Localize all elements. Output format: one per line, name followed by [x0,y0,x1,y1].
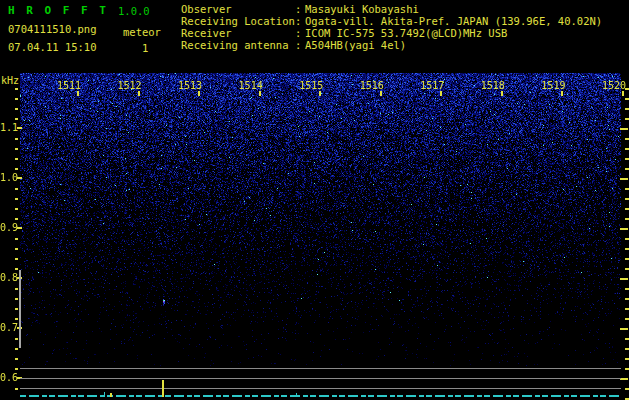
info-label: Observer [181,3,295,15]
app-title: H R O F F T [8,4,108,17]
info-value: A504HB(yagi 4el) [305,39,406,51]
time-tick [440,91,442,96]
datetime: 07.04.11 15:10 [8,41,97,53]
right-minor-tick [625,198,629,200]
right-major-tick [620,328,628,330]
freq-minor-tick [15,238,18,240]
right-minor-tick [625,118,629,120]
right-minor-tick [625,148,629,150]
time-tick [622,91,624,96]
info-row-antenna: Receiving antenna : A504HB(yagi 4el) [181,39,629,51]
freq-minor-tick [15,118,18,120]
right-minor-tick [625,188,629,190]
time-tick [380,91,382,96]
time-tick [198,91,200,96]
info-label: Receiver [181,27,295,39]
level-gridline [20,388,621,389]
station-info: Observer : Masayuki Kobayashi Receiving … [181,3,629,51]
freq-minor-tick [15,138,18,140]
right-minor-tick [625,308,629,310]
right-minor-tick [625,268,629,270]
filename: 0704111510.png [8,23,97,35]
right-major-tick [620,178,628,180]
right-major-tick [620,228,628,230]
freq-minor-tick [15,98,18,100]
info-colon: : [295,15,305,27]
info-value: Masayuki Kobayashi [305,3,419,15]
right-minor-tick [625,88,629,90]
freq-minor-tick [15,358,18,360]
hrofft-screen: H R O F F T 1.0.0 0704111510.png meteor … [0,0,629,400]
freq-minor-tick [15,318,18,320]
right-minor-tick [625,318,629,320]
freq-minor-tick [15,258,18,260]
right-minor-tick [625,388,629,390]
right-minor-tick [625,238,629,240]
info-row-receiver: Receiver : ICOM IC-575 53.7492(@LCD)MHz … [181,27,629,39]
right-minor-tick [625,158,629,160]
time-tick-label: 1514 [237,80,265,91]
right-major-tick [620,278,628,280]
right-minor-tick [625,168,629,170]
time-tick-label: 1512 [116,80,144,91]
freq-tick-label: 0.6 [0,372,18,384]
info-label: Receiving Location [181,15,295,27]
freq-tick-label: 0.9 [0,222,18,234]
scale-bar [19,270,21,348]
right-minor-tick [625,338,629,340]
freq-tick-label: 1.1 [0,122,18,134]
spectrogram-canvas [20,73,621,366]
time-tick-label: 1515 [297,80,325,91]
right-minor-tick [625,248,629,250]
time-tick-label: 1511 [55,80,83,91]
time-tick-label: 1518 [479,80,507,91]
time-tick [561,91,563,96]
freq-major-tick [17,227,22,229]
freq-tick-label: 0.7 [0,322,18,334]
time-tick-label: 1513 [176,80,204,91]
freq-minor-tick [15,298,18,300]
app-version: 1.0.0 [118,5,150,17]
right-minor-tick [625,208,629,210]
info-label: Receiving antenna [181,39,295,51]
right-minor-tick [625,258,629,260]
meteor-spike [162,380,164,397]
info-value: ICOM IC-575 53.7492(@LCD)MHz USB [305,27,507,39]
time-tick-label: 1520 [600,80,628,91]
freq-minor-tick [15,368,18,370]
right-minor-tick [625,368,629,370]
freq-minor-tick [15,88,18,90]
right-minor-tick [625,138,629,140]
freq-minor-tick [15,288,18,290]
time-tick [259,91,261,96]
freq-major-tick [17,127,22,129]
level-gridline [20,368,621,369]
time-tick [501,91,503,96]
freq-minor-tick [15,268,18,270]
right-minor-tick [625,358,629,360]
freq-minor-tick [15,108,18,110]
freq-minor-tick [15,188,18,190]
time-tick [77,91,79,96]
right-major-tick [620,128,628,130]
freq-minor-tick [15,308,18,310]
freq-minor-tick [15,208,18,210]
level-mark-cyan [104,392,105,396]
freq-minor-tick [15,388,18,390]
info-row-location: Receiving Location : Ogata-vill. Akita-P… [181,15,629,27]
freq-tick-label: 1.0 [0,172,18,184]
info-row-observer: Observer : Masayuki Kobayashi [181,3,629,15]
info-colon: : [295,39,305,51]
time-tick-label: 1519 [539,80,567,91]
info-value: Ogata-vill. Akita-Pref. JAPAN (139.96E, … [305,15,602,27]
right-minor-tick [625,298,629,300]
freq-minor-tick [15,248,18,250]
mode-label: meteor [123,26,161,38]
level-gridline [20,378,621,379]
freq-minor-tick [15,348,18,350]
freq-major-tick [17,177,22,179]
level-mark-cyan [296,393,297,396]
time-tick [319,91,321,96]
right-minor-tick [625,218,629,220]
freq-minor-tick [15,338,18,340]
